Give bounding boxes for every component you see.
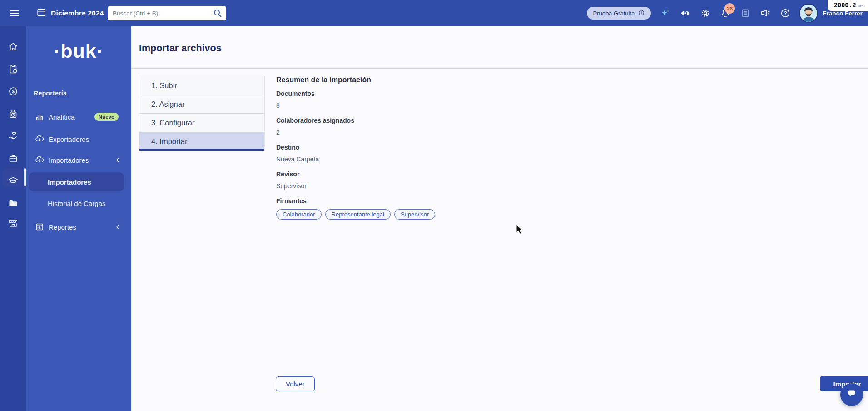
document-icon[interactable]: [740, 8, 751, 19]
step-importar[interactable]: 4. Importar: [139, 132, 264, 151]
search-input[interactable]: [108, 10, 212, 17]
notifications-bell-icon[interactable]: 23: [720, 8, 731, 19]
hamburger-menu-icon[interactable]: [9, 8, 20, 19]
megaphone-icon[interactable]: [760, 8, 771, 19]
sidebar-item-label: Exportadores: [49, 135, 89, 143]
sidebar: $ ·buk· Reportería Analítica Nuevo: [0, 26, 131, 411]
sidebar-item-exportadores[interactable]: Exportadores: [26, 130, 131, 148]
sidebar-item-reportes[interactable]: Reportes: [26, 218, 131, 236]
import-summary: Resumen de la importación Documentos 8 C…: [276, 75, 567, 220]
performance-unit: ms: [858, 3, 864, 9]
performance-value: 2000.2: [834, 1, 856, 9]
title-divider: [131, 68, 868, 69]
sidebar-item-analitica[interactable]: Analítica Nuevo: [26, 108, 131, 126]
field-label-documentos: Documentos: [276, 90, 567, 98]
summary-heading: Resumen de la importación: [276, 75, 567, 85]
step-asignar[interactable]: 2. Asignar: [139, 95, 264, 114]
calendar-icon: [36, 7, 46, 19]
clipboard-clock-icon[interactable]: [8, 64, 19, 75]
sidebar-item-label: Importadores: [49, 156, 89, 164]
svg-text:?: ?: [784, 10, 787, 16]
hand-heart-icon[interactable]: [8, 130, 19, 141]
back-button[interactable]: Volver: [276, 376, 315, 391]
field-label-firmantes: Firmantes: [276, 197, 567, 205]
field-label-destino: Destino: [276, 144, 567, 151]
bag-clock-icon[interactable]: [8, 108, 19, 119]
field-value-colaboradores: 2: [276, 129, 567, 136]
main-content: Importar archivos 1. Subir 2. Asignar 3.…: [131, 26, 868, 411]
step-subir[interactable]: 1. Subir: [139, 76, 264, 95]
firmantes-chips: Colaborador Representante legal Supervis…: [276, 209, 567, 220]
notifications-count-badge: 23: [724, 3, 735, 14]
report-icon: [35, 222, 45, 232]
wizard-steps: 1. Subir 2. Asignar 3. Configurar 4. Imp…: [139, 76, 265, 151]
sidebar-menu: ·buk· Reportería Analítica Nuevo Exporta…: [26, 26, 131, 411]
sidebar-item-label: Analítica: [49, 113, 75, 121]
briefcase-icon[interactable]: [8, 153, 19, 164]
graduation-cap-icon[interactable]: [8, 175, 19, 186]
sidebar-item-importadores[interactable]: Importadores: [26, 151, 131, 169]
step-configurar[interactable]: 3. Configurar: [139, 114, 264, 132]
trial-badge-label: Prueba Gratuita: [593, 10, 635, 17]
help-icon[interactable]: ?: [780, 8, 791, 19]
sidebar-subitem-importadores[interactable]: Importadores: [26, 173, 131, 191]
trial-badge[interactable]: Prueba Gratuita: [587, 7, 651, 20]
eye-icon[interactable]: [680, 8, 691, 19]
topbar: Diciembre 2024 Prueba Gratuita 23: [0, 0, 868, 26]
home-icon[interactable]: [8, 41, 19, 52]
topbar-actions: Prueba Gratuita 23 ?: [587, 0, 863, 26]
chat-launcher-button[interactable]: [840, 383, 863, 406]
period-label: Diciembre 2024: [51, 9, 104, 17]
folder-icon[interactable]: [8, 198, 19, 209]
sidebar-section-label: Reportería: [34, 90, 67, 97]
sidebar-subitem-label: Importadores: [48, 178, 91, 186]
coin-icon[interactable]: $: [8, 86, 19, 97]
field-label-revisor: Revisor: [276, 170, 567, 178]
performance-badge: 2000.2 ms: [828, 0, 868, 11]
page-title: Importar archivos: [139, 43, 222, 54]
cloud-upload-icon: [35, 155, 45, 165]
search-icon[interactable]: [212, 8, 223, 19]
sparkles-icon[interactable]: [660, 8, 671, 19]
field-value-destino: Nueva Carpeta: [276, 155, 567, 163]
icon-rail: $: [0, 26, 26, 411]
chat-bubble-icon: [846, 388, 858, 401]
cloud-download-icon: [35, 134, 45, 144]
buk-logo: ·buk·: [26, 40, 131, 62]
svg-text:$: $: [12, 89, 15, 94]
sidebar-item-label: Reportes: [49, 223, 76, 231]
chip-colaborador: Colaborador: [276, 209, 322, 220]
storefront-icon[interactable]: [8, 218, 19, 229]
chip-supervisor: Supervisor: [394, 209, 435, 220]
chip-representante-legal: Representante legal: [325, 209, 391, 220]
info-icon: [638, 9, 645, 18]
user-avatar[interactable]: [799, 4, 818, 23]
field-label-colaboradores: Colaboradores asignados: [276, 117, 567, 125]
chevron-left-icon: [114, 156, 121, 164]
chevron-left-icon: [114, 223, 121, 231]
period-selector[interactable]: Diciembre 2024: [36, 0, 104, 26]
sidebar-subitem-historial-de-cargas[interactable]: Historial de Cargas: [26, 194, 131, 212]
field-value-documentos: 8: [276, 102, 567, 110]
sidebar-subitem-label: Historial de Cargas: [48, 200, 106, 207]
global-search: [108, 6, 226, 20]
bar-chart-icon: [35, 112, 45, 122]
field-value-revisor: Supervisor: [276, 182, 567, 190]
nuevo-badge: Nuevo: [94, 113, 119, 121]
gear-icon[interactable]: [700, 8, 711, 19]
